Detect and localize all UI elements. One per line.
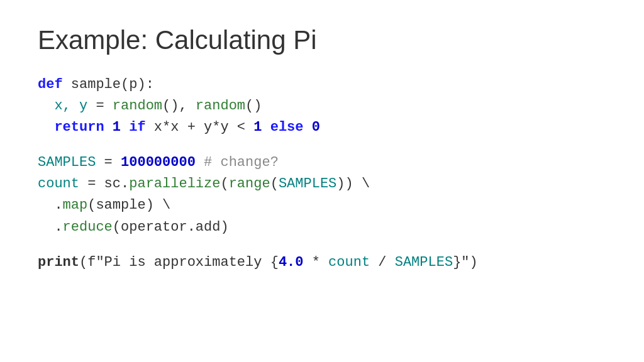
keyword-return: return <box>54 119 104 135</box>
method-reduce: reduce <box>63 219 113 235</box>
code-line-map: .map(sample) \ <box>38 195 606 216</box>
code-line-def: def sample(p): <box>38 74 606 96</box>
num-0: 0 <box>312 119 320 135</box>
num-samples: 100000000 <box>121 155 196 170</box>
fn-random1: random <box>113 98 162 114</box>
num-1b: 1 <box>253 119 262 135</box>
var-count-inline: count <box>328 255 370 270</box>
code-line-print: print(f"Pi is approximately {4.0 * count… <box>38 252 606 273</box>
fn-range: range <box>229 176 270 192</box>
var-samples-arg: SAMPLES <box>279 176 336 192</box>
page-title: Example: Calculating Pi <box>38 25 606 55</box>
comment-change: # change? <box>204 155 279 170</box>
code-block: def sample(p): x, y = random(), random()… <box>38 74 606 287</box>
var-samples-inline: SAMPLES <box>395 255 453 270</box>
method-parallelize: parallelize <box>129 176 220 192</box>
method-map: map <box>63 197 88 213</box>
keyword-if: if <box>129 119 145 135</box>
code-section-1: def sample(p): x, y = random(), random()… <box>38 74 606 138</box>
code-line-samples: SAMPLES = 100000000 # change? <box>38 152 606 173</box>
fn-random2: random <box>196 98 245 114</box>
code-line-reduce: .reduce(operator.add) <box>38 217 606 238</box>
num-40: 4.0 <box>279 255 304 270</box>
fn-print: print <box>38 255 79 270</box>
code-line-count: count = sc.parallelize(range(SAMPLES)) \ <box>38 173 606 195</box>
fn-name-sample: sample(p): <box>63 77 154 92</box>
var-xy: x, y <box>54 98 87 114</box>
code-section-2: SAMPLES = 100000000 # change? count = sc… <box>38 152 606 238</box>
keyword-else: else <box>270 119 304 135</box>
var-samples: SAMPLES <box>38 155 96 170</box>
code-line-xy: x, y = random(), random() <box>38 96 606 117</box>
code-line-return: return 1 if x*x + y*y < 1 else 0 <box>38 117 606 138</box>
var-count: count <box>38 176 79 192</box>
num-1a: 1 <box>113 119 121 135</box>
keyword-def: def <box>38 77 63 92</box>
code-section-3: print(f"Pi is approximately {4.0 * count… <box>38 252 606 273</box>
